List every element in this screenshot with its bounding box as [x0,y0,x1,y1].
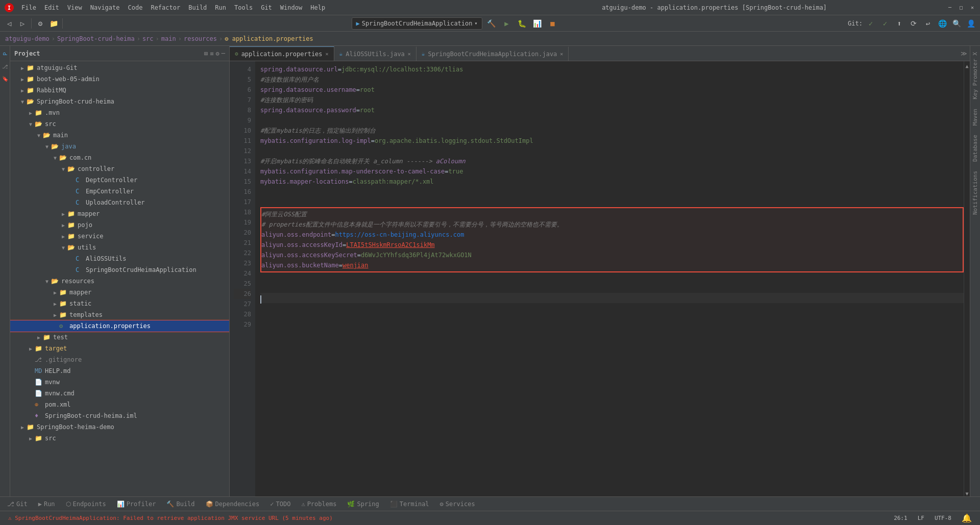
tab-aliossutils[interactable]: ☕ AliOSSUtils.java ✕ [334,46,416,61]
tree-item-dept-controller[interactable]: C DeptController [10,174,229,186]
project-structure-button[interactable]: 📁 [47,17,60,30]
tree-item-emp-controller[interactable]: C EmpController [10,186,229,197]
search-everywhere-button[interactable]: 🔍 [950,17,963,30]
stop-button[interactable]: ■ [547,17,559,30]
back-button[interactable]: ◁ [3,17,15,30]
tree-item-pom-xml[interactable]: ⊕ pom.xml [10,399,229,410]
tree-item-resources-mapper[interactable]: ▶ 📁 mapper [10,287,229,298]
git-push-button[interactable]: ⬆ [893,17,905,30]
tree-item-iml[interactable]: ♦ SpringBoot-crud-heima.iml [10,410,229,421]
panel-close-icon[interactable]: ─ [222,50,225,57]
bottom-tab-build[interactable]: 🔨 Build [161,497,200,511]
tree-item-springbootapp[interactable]: C SpringBootCrudHeimaApplication [10,264,229,276]
tab-more-button[interactable]: ≫ [958,46,970,61]
scroll-down-button[interactable]: ▼ [965,491,968,496]
bottom-tab-git[interactable]: ⎇ Git [2,497,33,511]
menu-help[interactable]: Help [307,3,328,12]
tree-item-java[interactable]: ▼ 📂 java [10,141,229,152]
menu-tools[interactable]: Tools [231,3,256,12]
tree-item-app-properties[interactable]: ⚙ application.properties [10,320,229,332]
menu-file[interactable]: File [18,3,39,12]
tree-item-mvnw-cmd[interactable]: 📄 mvnw.cmd [10,388,229,399]
status-notifications[interactable]: 🔔 [958,513,976,523]
git-commit-button[interactable]: ✓ [879,17,891,30]
scroll-up-button[interactable]: ▲ [965,63,968,69]
menu-code[interactable]: Code [125,3,146,12]
bottom-tab-dependencies[interactable]: 📦 Dependencies [201,497,265,511]
panel-settings-icon[interactable]: ⊞ [204,50,208,57]
user-button[interactable]: 👤 [965,17,977,30]
project-icon[interactable]: P [1,50,9,58]
tree-item-com-cn[interactable]: ▼ 📂 com.cn [10,152,229,163]
tree-item-aliossutils[interactable]: C AliOSSUtils [10,253,229,264]
breadcrumb-main[interactable]: main [161,35,176,42]
breadcrumb-file[interactable]: ⚙ application.properties [225,35,313,42]
tab-close-button[interactable]: ✕ [326,51,329,57]
bottom-tab-terminal[interactable]: ⬛ Terminal [385,497,435,511]
bottom-tab-endpoints[interactable]: ⬡ Endpoints [61,497,112,511]
tab-application-properties[interactable]: ⚙ application.properties ✕ [230,46,334,61]
code-line-26[interactable] [260,293,964,303]
menu-git[interactable]: Git [258,3,275,12]
forward-button[interactable]: ▷ [16,17,29,30]
git-revert-button[interactable]: ↩ [922,17,934,30]
maximize-button[interactable]: □ [958,4,965,11]
menu-window[interactable]: Window [277,3,305,12]
tree-item-src2[interactable]: ▶ 📁 src [10,433,229,444]
tree-item-mvn[interactable]: ▶ 📁 .mvn [10,107,229,118]
tab-close-button[interactable]: ✕ [560,51,563,57]
debug-button[interactable]: 🐛 [516,17,528,30]
menu-navigate[interactable]: Navigate [87,3,123,12]
tab-close-button[interactable]: ✕ [408,51,411,57]
commit-icon[interactable]: ⎇ [1,62,9,70]
tree-item-resources[interactable]: ▼ 📂 resources [10,276,229,287]
status-line-col[interactable]: 26:1 [890,515,912,521]
key-promoter-tab[interactable]: Key Promoter X [971,48,979,104]
tree-item-static[interactable]: ▶ 📁 static [10,298,229,309]
tree-item-gitignore[interactable]: ⎇ .gitignore [10,354,229,365]
status-lf[interactable]: LF [914,515,928,521]
breadcrumb-src[interactable]: src [142,35,154,42]
bottom-tab-problems[interactable]: ⚠ Problems [296,497,342,511]
database-tab[interactable]: Database [971,131,979,166]
build-project-button[interactable]: 🔨 [485,17,498,30]
tree-item-mvnw[interactable]: 📄 mvnw [10,377,229,388]
tab-springbootapp[interactable]: ☕ SpringBootCrudHeimaApplication.java ✕ [416,46,569,61]
tree-item-service[interactable]: ▶ 📁 service [10,231,229,242]
tree-item-controller[interactable]: ▼ 📂 controller [10,163,229,174]
close-button[interactable]: ✕ [969,4,976,11]
status-event-log[interactable]: ⚠ SpringBootCrudHeimaApplication: Failed… [4,511,337,525]
tree-item-help-md[interactable]: MD HELP.md [10,365,229,377]
tree-item-rabbitmq[interactable]: ▶ 📁 RabbitMQ [10,85,229,96]
tree-item-springboot-crud[interactable]: ▼ 📂 SpringBoot-crud-heima [10,96,229,107]
status-encoding[interactable]: UTF-8 [930,515,955,521]
settings-button[interactable]: ⚙ [34,17,46,30]
menu-view[interactable]: View [64,3,85,12]
panel-options-icon[interactable]: ⚙ [216,50,219,57]
bookmarks-icon[interactable]: 🔖 [1,74,9,83]
menu-build[interactable]: Build [185,3,210,12]
translate-button[interactable]: 🌐 [936,17,948,30]
code-content[interactable]: spring.datasource.url=jdbc:mysql://local… [255,61,964,496]
git-fetch-button[interactable]: ⟳ [908,17,920,30]
panel-collapse-icon[interactable]: ≡ [210,50,213,57]
tree-item-utils[interactable]: ▼ 📂 utils [10,242,229,253]
notifications-tab[interactable]: Notifications [971,167,979,219]
git-update-button[interactable]: ✓ [865,17,877,30]
minimize-button[interactable]: ─ [946,4,953,11]
bottom-tab-services[interactable]: ⚙ Services [435,497,481,511]
tree-item-upload-controller[interactable]: C UploadController [10,197,229,208]
code-editor[interactable]: 4 5 6 7 8 9 10 11 12 13 14 15 16 17 18 1… [230,61,970,496]
tree-item-target[interactable]: ▶ 📁 target [10,343,229,354]
coverage-button[interactable]: 📊 [531,17,544,30]
bottom-tab-spring[interactable]: 🌿 Spring [342,497,384,511]
run-configuration-selector[interactable]: ▶ SpringBootCrudHeimaApplication ▾ [352,17,482,30]
bottom-tab-profiler[interactable]: 📊 Profiler [112,497,162,511]
tree-item-templates[interactable]: ▶ 📁 templates [10,309,229,320]
tree-item-atguigu-git[interactable]: ▶ 📁 atguigu-Git [10,62,229,73]
breadcrumb-project[interactable]: SpringBoot-crud-heima [57,35,135,42]
run-button[interactable]: ▶ [501,17,513,30]
tree-item-main[interactable]: ▼ 📂 main [10,130,229,141]
bottom-tab-run[interactable]: ▶ Run [33,497,61,511]
tree-item-src[interactable]: ▼ 📂 src [10,118,229,130]
